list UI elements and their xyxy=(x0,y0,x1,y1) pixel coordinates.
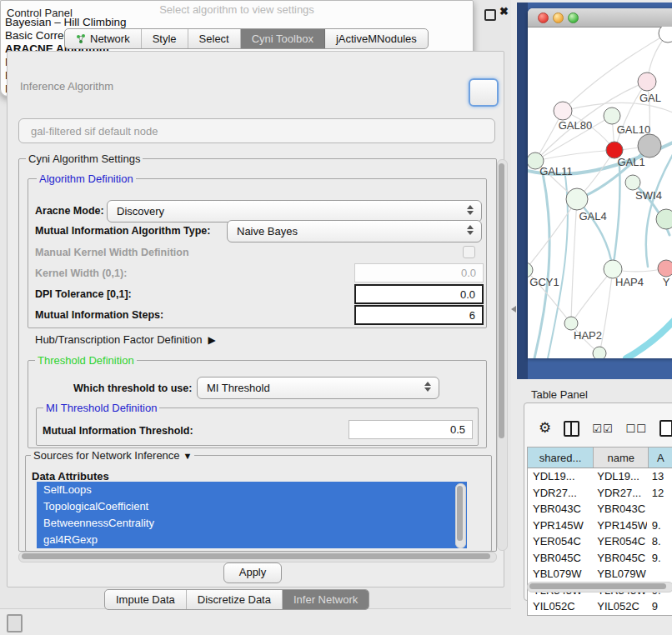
tab-style[interactable]: Style xyxy=(142,29,188,48)
table-row[interactable]: YBR045CYBR045C9. xyxy=(528,550,672,567)
network-canvas[interactable]: GALGAL80GAL10GAL1GAL11SWI4GAL4GCY1HAP4YH… xyxy=(528,27,672,358)
node-topright[interactable] xyxy=(659,27,672,42)
node-gal4[interactable] xyxy=(566,188,588,210)
minimize-traffic-light-icon[interactable] xyxy=(553,12,564,23)
table-cell: 9. xyxy=(647,550,672,567)
tab-discretize-data[interactable]: Discretize Data xyxy=(187,590,283,609)
inference-algorithm-focused-button[interactable] xyxy=(469,78,499,107)
collapsed-panel-icon[interactable] xyxy=(7,614,23,632)
settings-vertical-scrollbar[interactable] xyxy=(497,159,508,551)
tab-jactivemnodules[interactable]: jActiveMNodules xyxy=(325,29,428,48)
network-edge[interactable] xyxy=(548,170,568,358)
network-icon xyxy=(76,34,86,44)
table-horizontal-scrollbar[interactable] xyxy=(527,582,672,592)
dpi-tolerance-label: DPI Tolerance [0,1]: xyxy=(35,288,132,300)
tab-network[interactable]: Network xyxy=(65,29,142,48)
close-traffic-light-icon[interactable] xyxy=(538,12,549,23)
zoom-traffic-light-icon[interactable] xyxy=(568,12,579,23)
node-gal10[interactable] xyxy=(604,108,620,124)
kernel-width-label: Kernel Width (0,1): xyxy=(35,268,127,279)
deselect-all-checkboxes-icon[interactable]: ☐☐ xyxy=(626,422,647,435)
mi-threshold-input[interactable]: 0.5 xyxy=(349,420,473,439)
gear-icon[interactable]: ⚙ xyxy=(539,420,551,437)
mi-type-combobox[interactable]: Naive Bayes xyxy=(227,220,482,242)
table-cell: 8. xyxy=(647,533,672,550)
column-header[interactable]: shared... xyxy=(528,448,594,468)
data-attribute-item[interactable]: TopologicalCoefficient xyxy=(37,498,467,515)
network-edge[interactable] xyxy=(613,167,620,269)
node-gcy1-label: GCY1 xyxy=(529,276,559,288)
inference-algorithm-label: Inference Algorithm xyxy=(20,80,113,92)
node-hap2[interactable] xyxy=(564,317,578,330)
aracne-mode-label: Aracne Mode: xyxy=(35,205,104,217)
node-gal80[interactable] xyxy=(554,102,572,120)
tab-label: Discretize Data xyxy=(198,593,271,606)
hub-definition-expander[interactable]: Hub/Transcription Factor Definition▶ xyxy=(35,333,216,346)
float-window-icon[interactable] xyxy=(484,9,496,21)
select-all-checkboxes-icon[interactable]: ☑☑ xyxy=(592,422,613,435)
column-header[interactable]: A xyxy=(649,448,672,468)
data-attribute-item[interactable]: BetweennessCentrality xyxy=(37,515,467,532)
table-row[interactable]: YDL19...YDL19...13 xyxy=(528,468,672,485)
mi-steps-input[interactable]: 6 xyxy=(354,305,484,325)
settings-horizontal-scrollbar[interactable] xyxy=(18,552,497,562)
sources-title-row[interactable]: Sources for Network Inference▼ xyxy=(31,449,194,462)
close-icon[interactable]: ✖ xyxy=(499,5,509,18)
node-gal1-label: GAL1 xyxy=(617,156,644,168)
apply-button[interactable]: Apply xyxy=(223,562,282,583)
tab-cyni-toolbox[interactable]: Cyni Toolbox xyxy=(241,29,325,48)
tab-select[interactable]: Select xyxy=(188,29,241,48)
node-swi4-label: SWI4 xyxy=(635,189,662,202)
table-row[interactable]: YPR145WYPR145W9. xyxy=(528,518,672,534)
table-cell: YPR145W xyxy=(592,518,647,534)
node-gal-top[interactable] xyxy=(638,72,656,91)
table-source-value: gal-filtered sif default node xyxy=(31,125,158,138)
algorithm-definition-title: Algorithm Definition xyxy=(37,172,136,185)
network-window-titlebar[interactable] xyxy=(528,8,672,28)
network-edge[interactable] xyxy=(535,150,614,161)
splitter-collapse-icon[interactable] xyxy=(511,306,516,312)
aracne-mode-combobox[interactable]: Discovery xyxy=(107,200,482,222)
dpi-tolerance-input[interactable]: 0.0 xyxy=(354,284,484,304)
mi-threshold-label: Mutual Information Threshold: xyxy=(43,425,193,437)
top-tab-bar: NetworkStyleSelectCyni ToolboxjActiveMNo… xyxy=(64,28,429,49)
tab-label: Style xyxy=(153,32,177,45)
which-threshold-combobox[interactable]: MI Threshold xyxy=(197,377,439,399)
node-gal-top-label: GAL xyxy=(639,92,661,104)
table-row[interactable]: YIL052CYIL052C9 xyxy=(528,598,672,615)
table-source-combobox[interactable]: gal-filtered sif default node xyxy=(18,118,495,143)
network-edge[interactable] xyxy=(626,320,672,358)
node-gray[interactable] xyxy=(638,134,661,158)
expander-right-icon: ▶ xyxy=(208,334,215,346)
split-columns-icon[interactable] xyxy=(564,421,579,437)
table-row[interactable]: YDR27...YDR27...12 xyxy=(528,485,672,502)
attribute-list-scrollbar[interactable] xyxy=(455,483,466,548)
table-row[interactable]: YBL079WYBL079W xyxy=(528,566,672,582)
table-row[interactable]: YER054CYER054C8. xyxy=(528,533,672,550)
manual-kernel-label: Manual Kernel Width Definition xyxy=(35,247,189,258)
kernel-width-input[interactable]: 0.0 xyxy=(354,263,484,282)
tab-infer-network[interactable]: Infer Network xyxy=(283,590,369,609)
data-attributes-list[interactable]: SelfLoopsTopologicalCoefficientBetweenne… xyxy=(37,482,467,548)
table-cell: YDL19... xyxy=(592,468,647,485)
node-pink-right-label: Y xyxy=(663,276,670,288)
table-cell: YBL079W xyxy=(592,566,647,582)
node-swi4[interactable] xyxy=(625,175,640,190)
node-bottomright[interactable] xyxy=(656,209,672,229)
data-attribute-item[interactable]: SelfLoops xyxy=(37,482,467,498)
network-edge[interactable] xyxy=(534,173,549,358)
network-edge[interactable] xyxy=(571,199,577,323)
tab-impute-data[interactable]: Impute Data xyxy=(105,590,187,609)
document-icon[interactable] xyxy=(659,420,672,437)
manual-kernel-checkbox[interactable] xyxy=(463,246,475,258)
network-edge[interactable] xyxy=(528,199,577,270)
column-header[interactable]: name xyxy=(594,448,649,468)
table-cell xyxy=(647,501,672,518)
data-attribute-item[interactable]: gal4RGexp xyxy=(37,532,467,548)
node-hap4-label: HAP4 xyxy=(615,276,644,288)
table-row[interactable]: YBR043CYBR043C xyxy=(528,501,672,518)
node-bottom[interactable] xyxy=(593,347,606,358)
node-pink-right[interactable] xyxy=(658,260,672,277)
table-cell: 9. xyxy=(647,518,672,534)
table-cell: 9 xyxy=(647,598,672,615)
